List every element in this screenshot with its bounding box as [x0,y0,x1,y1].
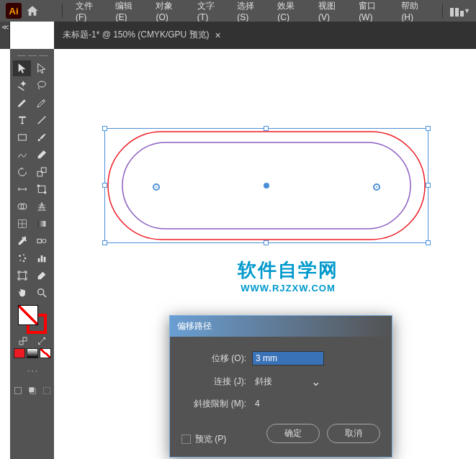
corner-panel: ≪ [0,22,10,49]
direct-selection-tool[interactable] [33,60,51,76]
perspective-grid-tool[interactable] [33,199,51,214]
artboard-tool[interactable] [13,268,31,283]
svg-rect-13 [38,221,46,227]
selection-handle[interactable] [426,183,431,188]
magic-wand-tool[interactable] [13,78,31,94]
selection-handle[interactable] [426,240,431,245]
document-tab-title[interactable]: 未标题-1* @ 150% (CMYK/GPU 预览) [63,29,210,41]
svg-point-17 [23,254,24,255]
selection-handle[interactable] [102,183,107,188]
lasso-tool[interactable] [33,78,51,94]
svg-rect-28 [23,337,27,341]
panel-layout-icon[interactable] [450,5,464,17]
draw-inside-mode[interactable] [40,385,53,396]
toolbox-handle[interactable] [13,52,51,59]
symbol-sprayer-tool[interactable] [13,250,31,266]
cancel-button[interactable]: 取消 [327,424,380,443]
svg-point-7 [44,191,46,194]
color-swatch-none[interactable] [40,348,51,358]
dialog-title: 偏移路径 [170,316,392,337]
width-tool[interactable] [13,181,31,197]
toolbox-more[interactable]: ⋯ [27,364,38,378]
document-tab-bar: 未标题-1* @ 150% (CMYK/GPU 预览) × [54,22,476,49]
svg-point-25 [38,289,44,295]
fill-stroke-swatch[interactable] [18,305,47,334]
shaper-tool[interactable] [13,147,31,163]
svg-rect-5 [38,186,45,192]
menubar: 文件(F) 编辑(E) 对象(O) 文字(T) 选择(S) 效果(C) 视图(V… [50,0,476,22]
swap-fill-stroke-icon[interactable] [19,337,27,345]
rotate-tool[interactable] [13,164,31,180]
svg-rect-24 [19,272,25,278]
svg-point-20 [22,260,24,263]
eyedropper-tool[interactable] [13,233,31,249]
selection-handle[interactable] [426,126,431,131]
svg-line-1 [38,117,46,124]
column-graph-tool[interactable] [33,250,51,266]
selection-handle[interactable] [102,126,107,131]
svg-point-6 [37,185,40,187]
eraser-tool[interactable] [33,147,51,163]
svg-point-19 [19,260,21,261]
svg-rect-14 [37,239,41,242]
dropdown-icon[interactable]: ▼ [464,7,470,14]
mesh-tool[interactable] [13,216,31,232]
corner-widget[interactable] [373,183,380,191]
slice-tool[interactable] [33,268,51,283]
selection-handle[interactable] [264,126,269,131]
svg-rect-2 [18,135,26,140]
svg-point-0 [38,81,46,87]
pen-tool[interactable] [13,95,31,111]
svg-point-15 [42,239,46,242]
draw-normal-mode[interactable] [12,385,24,396]
free-transform-tool[interactable] [33,181,51,197]
default-fill-stroke-icon[interactable] [37,337,46,345]
home-icon[interactable] [26,4,39,17]
color-section: ⋯ [13,305,51,396]
curvature-tool[interactable] [33,95,51,111]
svg-rect-27 [19,341,23,345]
svg-rect-23 [44,257,46,262]
selection-handle[interactable] [102,240,107,245]
preview-label: 预览 (P) [195,433,226,445]
draw-behind-mode[interactable] [26,385,39,396]
selection-center[interactable] [264,183,269,188]
shape-builder-tool[interactable] [13,199,31,214]
fill-color[interactable] [18,305,38,325]
svg-line-26 [43,294,46,297]
selection-handle[interactable] [264,240,269,245]
selection-bounding-box [104,128,428,243]
selection-tool[interactable] [13,60,31,76]
svg-rect-32 [43,387,50,394]
offset-input[interactable] [252,351,324,365]
color-swatch-red[interactable] [14,348,25,358]
svg-point-18 [24,258,26,260]
ok-button[interactable]: 确定 [266,424,320,443]
watermark: 软件自学网 WWW.RJZXW.COM [238,258,338,294]
svg-rect-30 [29,387,34,392]
corner-widget[interactable] [153,183,160,191]
svg-point-16 [19,255,21,257]
blend-tool[interactable] [33,233,51,249]
hand-tool[interactable] [13,285,31,301]
rectangle-tool[interactable] [13,129,31,145]
svg-rect-29 [14,387,21,394]
paintbrush-tool[interactable] [33,129,51,145]
svg-rect-22 [41,255,43,262]
type-tool[interactable] [13,112,31,128]
line-segment-tool[interactable] [33,112,51,128]
zoom-tool[interactable] [33,285,51,301]
miter-value[interactable]: 4 [252,397,263,410]
tab-close-button[interactable]: × [215,29,221,41]
toolbox: ⋯ [10,49,54,459]
app-logo: Ai [6,3,22,19]
offset-path-dialog: 偏移路径 位移 (O): 连接 (J): 斜接 ⌄ 斜接限制 (M): 4 [169,315,392,458]
color-swatch-gradient[interactable] [27,348,38,358]
gradient-tool[interactable] [33,216,51,232]
artwork [97,121,436,250]
preview-checkbox[interactable] [181,435,191,444]
miter-label: 斜接限制 (M): [181,398,246,410]
canvas[interactable]: 软件自学网 WWW.RJZXW.COM 偏移路径 位移 (O): 连接 (J):… [54,49,476,459]
scale-tool[interactable] [33,164,51,180]
join-select[interactable]: 斜接 [252,374,324,388]
